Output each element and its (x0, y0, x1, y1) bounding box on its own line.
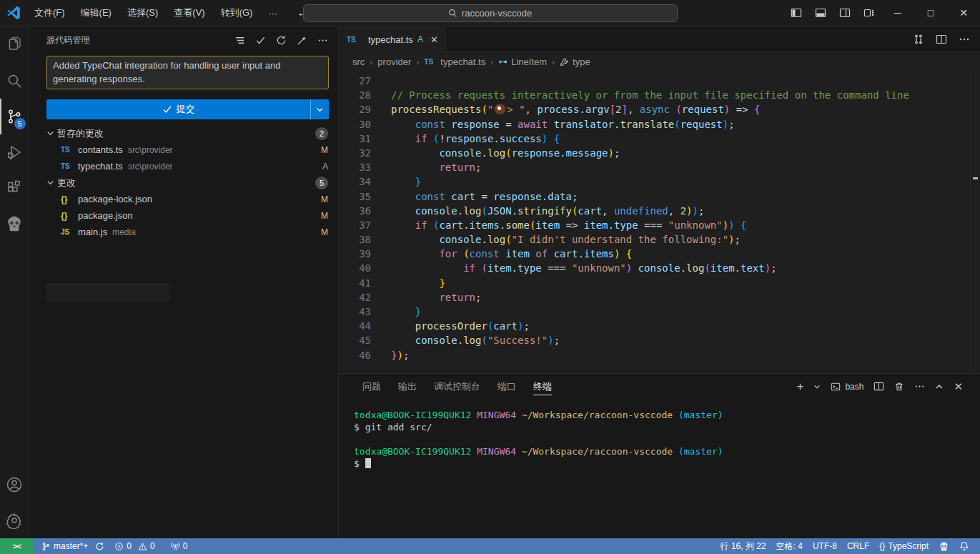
file-name: contants.ts (78, 144, 123, 155)
kill-terminal-trash-icon[interactable] (894, 382, 904, 392)
code-line[interactable]: 27 (340, 74, 980, 88)
code-line[interactable]: 30 const response = await translator.tra… (340, 117, 980, 132)
commit-dropdown-button[interactable] (310, 99, 329, 119)
more-actions-icon[interactable] (317, 35, 328, 46)
sidebar-item-explorer[interactable] (0, 27, 29, 63)
tab-close-icon[interactable]: ✕ (430, 34, 438, 45)
code-line[interactable]: 46}); (340, 348, 980, 362)
line-number: 45 (340, 333, 371, 347)
code-line[interactable]: 40 if (item.type === "unknown") console.… (340, 261, 980, 275)
property-icon (560, 57, 569, 66)
panel-tab-调试控制台[interactable]: 调试控制台 (425, 374, 489, 399)
code-line[interactable]: 45 console.log("Success!"); (340, 333, 980, 347)
code-line[interactable]: 29processRequests("> ", process.argv[2],… (340, 102, 980, 117)
sidebar-item-extensions[interactable] (0, 170, 29, 206)
code-line[interactable]: 38 console.log("I didn't understand the … (340, 232, 980, 247)
code-line[interactable]: 39 for (const item of cart.items) { (340, 247, 980, 261)
breadcrumb-item-provider[interactable]: provider (377, 56, 411, 67)
eol-sequence[interactable]: CRLF (842, 541, 874, 551)
code-line[interactable]: 36 console.log(JSON.stringify(cart, unde… (340, 204, 980, 218)
code-line[interactable]: 43 } (340, 305, 980, 319)
menu-item-V[interactable]: 查看(V) (167, 4, 211, 22)
code-line[interactable]: 32 console.log(response.message); (340, 146, 980, 160)
code-line[interactable]: 28// Process requests interactively or f… (340, 88, 980, 102)
menu-more-icon[interactable]: ··· (262, 5, 284, 21)
terminal-instance[interactable]: bash (831, 382, 863, 392)
ai-commit-message-icon[interactable] (297, 35, 307, 46)
maximize-panel-icon[interactable] (935, 382, 944, 391)
scm-group-header[interactable]: 暂存的更改2 (29, 125, 338, 142)
menu-item-F[interactable]: 文件(F) (28, 4, 71, 22)
menu-item-G[interactable]: 转到(G) (214, 4, 259, 22)
split-terminal-icon[interactable] (873, 381, 884, 392)
code-line[interactable]: 34 } (340, 174, 980, 189)
line-number: 42 (340, 290, 371, 305)
breadcrumb-item-type[interactable]: type (560, 56, 590, 67)
code-line[interactable]: 44 processOrder(cart); (340, 319, 980, 333)
menu-item-S[interactable]: 选择(S) (121, 4, 164, 22)
notifications-bell[interactable] (954, 541, 974, 551)
minimize-icon[interactable]: ─ (881, 0, 914, 26)
ts-icon: TS (424, 58, 437, 66)
toggle-panel-icon[interactable] (808, 0, 833, 26)
raccoon-status[interactable] (934, 541, 954, 552)
code-editor[interactable]: 2728// Process requests interactively or… (340, 71, 980, 375)
scm-file-row[interactable]: TScontants.tssrc\providerM (29, 142, 338, 158)
split-editor-icon[interactable] (936, 34, 947, 45)
account-button[interactable] (0, 467, 29, 503)
indentation[interactable]: 空格: 4 (771, 540, 808, 553)
scm-file-row[interactable]: {}package-lock.jsonM (29, 191, 338, 207)
customize-layout-icon[interactable] (857, 0, 881, 26)
branch-status[interactable]: master*+ (36, 541, 109, 551)
line-content: } (371, 276, 445, 290)
commit-button[interactable]: 提交 (46, 99, 329, 119)
cursor-position[interactable]: 行 16, 列 22 (716, 540, 771, 553)
terminal-dropdown-icon[interactable] (813, 383, 821, 390)
language-mode[interactable]: {} TypeScript (874, 541, 934, 551)
close-panel-icon[interactable]: ✕ (954, 380, 963, 393)
settings-button[interactable] (0, 503, 29, 538)
encoding[interactable]: UTF-8 (808, 541, 842, 551)
toggle-sidebar-icon[interactable] (784, 0, 808, 26)
code-line[interactable]: 41 } (340, 276, 980, 290)
panel-more-actions-icon[interactable] (914, 381, 925, 392)
scm-file-row[interactable]: {}package.jsonM (29, 207, 338, 224)
breadcrumb-item-typechatts[interactable]: TStypechat.ts (424, 56, 485, 67)
sidebar-item-search[interactable] (0, 63, 29, 99)
sidebar-item-source-control[interactable]: 5 (0, 99, 29, 134)
ports-status[interactable]: 0 (166, 541, 193, 551)
refresh-icon[interactable] (276, 35, 287, 46)
editor-scrollbar[interactable] (970, 71, 971, 375)
view-as-tree-icon[interactable] (234, 35, 245, 46)
terminal-output[interactable]: todxa@BOOK-IC199QUK12 MINGW64 ~/Workspac… (340, 399, 980, 470)
sidebar-item-raccoon[interactable] (0, 206, 29, 242)
toggle-secondary-sidebar-icon[interactable] (833, 0, 857, 26)
new-terminal-icon[interactable]: + (796, 380, 803, 394)
editor-more-actions-icon[interactable] (959, 34, 970, 45)
code-line[interactable]: 33 return; (340, 160, 980, 174)
open-changes-icon[interactable] (913, 34, 924, 45)
code-line[interactable]: 35 const cart = response.data; (340, 189, 980, 204)
scm-group-header[interactable]: 更改5 (29, 174, 338, 191)
menu-item-E[interactable]: 编辑(E) (74, 4, 118, 22)
breadcrumb-item-src[interactable]: src (352, 56, 365, 67)
command-center-search[interactable]: raccoon-vsccode (303, 4, 678, 22)
tab-typechat[interactable]: TS typechat.ts A ✕ (340, 27, 446, 51)
code-line[interactable]: 31 if (!response.success) { (340, 132, 980, 146)
commit-message-input[interactable]: Added TypeChat integration for handling … (46, 56, 329, 89)
panel-tab-端口[interactable]: 端口 (489, 374, 525, 399)
maximize-icon[interactable]: □ (914, 0, 947, 26)
code-line[interactable]: 37 if (cart.items.some(item => item.type… (340, 218, 980, 232)
breadcrumb-item-LineItem[interactable]: LineItem (498, 56, 547, 67)
sidebar-item-run-debug[interactable] (0, 134, 29, 170)
close-icon[interactable]: ✕ (947, 0, 980, 26)
panel-tab-问题[interactable]: 问题 (354, 374, 390, 399)
code-line[interactable]: 42 return; (340, 290, 980, 305)
panel-tab-终端[interactable]: 终端 (525, 374, 560, 399)
remote-indicator[interactable]: >< (0, 538, 34, 554)
commit-check-icon[interactable] (255, 35, 266, 46)
scm-file-row[interactable]: TStypechat.tssrc\providerA (29, 158, 338, 174)
problems-status[interactable]: 0 0 (109, 541, 159, 551)
panel-tab-输出[interactable]: 输出 (390, 374, 425, 399)
scm-file-row[interactable]: JSmain.jsmediaM (29, 224, 338, 240)
